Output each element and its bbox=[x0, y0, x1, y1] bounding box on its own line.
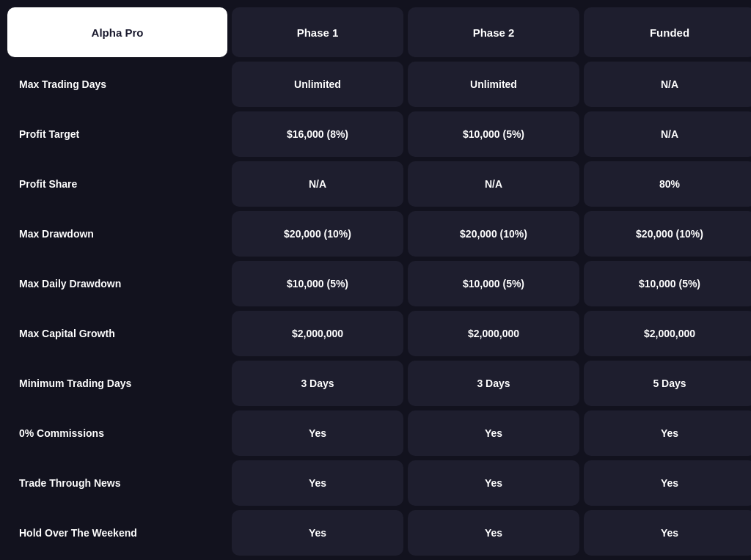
row-0-funded: N/A bbox=[584, 62, 751, 107]
row-6-label: Minimum Trading Days bbox=[7, 361, 227, 406]
row-6-funded: 5 Days bbox=[584, 361, 751, 406]
header-funded-label: Funded bbox=[650, 26, 689, 39]
row-3-label: Max Drawdown bbox=[7, 211, 227, 257]
row-3-phase1: $20,000 (10%) bbox=[232, 211, 403, 257]
row-8-label: Trade Through News bbox=[7, 460, 227, 506]
row-1-funded: N/A bbox=[584, 111, 751, 157]
comparison-table: Alpha Pro Phase 1 Phase 2 Funded Max Tra… bbox=[0, 0, 751, 560]
header-alpha-pro: Alpha Pro bbox=[7, 7, 227, 57]
row-7-phase1: Yes bbox=[232, 410, 403, 456]
row-1-phase1: $16,000 (8%) bbox=[232, 111, 403, 157]
row-0-phase1: Unlimited bbox=[232, 62, 403, 107]
table-grid: Alpha Pro Phase 1 Phase 2 Funded Max Tra… bbox=[7, 7, 744, 560]
row-5-phase1: $2,000,000 bbox=[232, 311, 403, 356]
header-funded: Funded bbox=[584, 7, 751, 57]
row-8-phase1: Yes bbox=[232, 460, 403, 506]
row-6-phase2: 3 Days bbox=[408, 361, 579, 406]
row-3-funded: $20,000 (10%) bbox=[584, 211, 751, 257]
row-2-funded: 80% bbox=[584, 161, 751, 207]
row-3-phase2: $20,000 (10%) bbox=[408, 211, 579, 257]
row-9-phase2: Yes bbox=[408, 510, 579, 556]
row-4-funded: $10,000 (5%) bbox=[584, 261, 751, 306]
row-0-label: Max Trading Days bbox=[7, 62, 227, 107]
row-9-label: Hold Over The Weekend bbox=[7, 510, 227, 556]
row-7-label: 0% Commissions bbox=[7, 410, 227, 456]
row-2-label: Profit Share bbox=[7, 161, 227, 207]
row-9-funded: Yes bbox=[584, 510, 751, 556]
header-alpha-pro-label: Alpha Pro bbox=[92, 26, 144, 39]
row-7-phase2: Yes bbox=[408, 410, 579, 456]
row-1-label: Profit Target bbox=[7, 111, 227, 157]
row-1-phase2: $10,000 (5%) bbox=[408, 111, 579, 157]
row-5-funded: $2,000,000 bbox=[584, 311, 751, 356]
row-2-phase1: N/A bbox=[232, 161, 403, 207]
row-7-funded: Yes bbox=[584, 410, 751, 456]
row-6-phase1: 3 Days bbox=[232, 361, 403, 406]
header-phase2: Phase 2 bbox=[408, 7, 579, 57]
row-5-phase2: $2,000,000 bbox=[408, 311, 579, 356]
header-phase2-label: Phase 2 bbox=[473, 26, 515, 39]
row-4-phase2: $10,000 (5%) bbox=[408, 261, 579, 306]
header-phase1: Phase 1 bbox=[232, 7, 403, 57]
row-8-phase2: Yes bbox=[408, 460, 579, 506]
header-phase1-label: Phase 1 bbox=[297, 26, 339, 39]
row-8-funded: Yes bbox=[584, 460, 751, 506]
row-0-phase2: Unlimited bbox=[408, 62, 579, 107]
row-5-label: Max Capital Growth bbox=[7, 311, 227, 356]
row-2-phase2: N/A bbox=[408, 161, 579, 207]
row-9-phase1: Yes bbox=[232, 510, 403, 556]
row-4-phase1: $10,000 (5%) bbox=[232, 261, 403, 306]
row-4-label: Max Daily Drawdown bbox=[7, 261, 227, 306]
